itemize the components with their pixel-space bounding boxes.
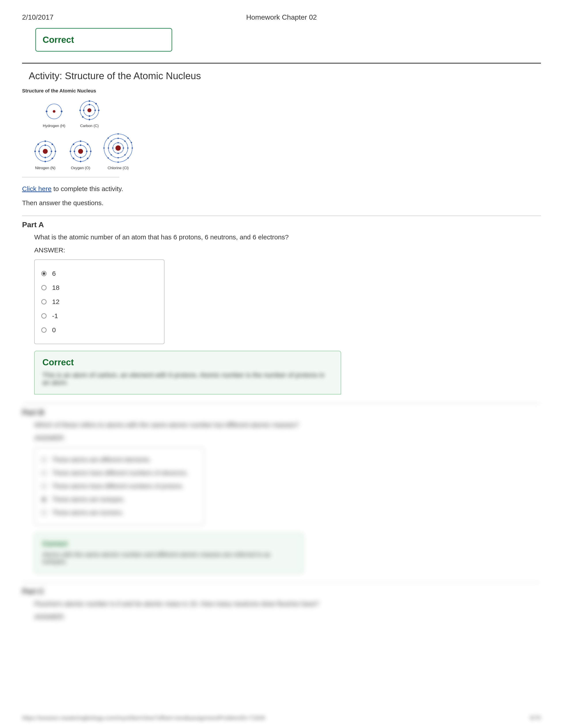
svg-point-13 — [79, 110, 81, 111]
partA-option-2[interactable]: 12 — [41, 295, 157, 309]
svg-point-41 — [90, 151, 92, 152]
divider-diagram — [22, 177, 119, 177]
carbon-atom-icon — [77, 98, 102, 122]
footer-page: 5/70 — [530, 715, 541, 721]
option-label: These atoms are different elements. — [52, 456, 151, 463]
partB-option-0[interactable]: These atoms are different elements. — [41, 453, 197, 466]
radio-icon — [41, 327, 47, 333]
svg-point-63 — [117, 161, 119, 163]
partA-options: 6 18 12 -1 0 — [34, 259, 164, 344]
option-label: These atoms are isomers. — [52, 509, 124, 516]
svg-point-69 — [107, 157, 109, 159]
svg-point-65 — [132, 147, 133, 149]
atom-label-o: Oxygen (O) — [71, 166, 90, 170]
svg-point-43 — [87, 158, 88, 159]
svg-point-14 — [98, 110, 100, 111]
divider-partC — [22, 582, 541, 583]
svg-point-50 — [117, 142, 119, 143]
svg-point-55 — [117, 157, 119, 158]
svg-point-61 — [111, 154, 112, 156]
svg-point-56 — [108, 147, 109, 149]
svg-point-35 — [80, 157, 81, 158]
svg-point-27 — [55, 151, 56, 152]
option-label: 6 — [52, 270, 56, 277]
svg-point-1 — [53, 110, 55, 113]
svg-point-64 — [103, 147, 105, 149]
svg-point-23 — [51, 151, 52, 152]
partA-option-1[interactable]: 18 — [41, 281, 157, 295]
svg-point-53 — [123, 147, 124, 149]
radio-icon — [41, 484, 47, 489]
header-date: 2/10/2017 — [22, 13, 53, 21]
option-label: These atoms have different numbers of el… — [52, 469, 188, 477]
footer-url: https://session.masteringbiology.com/myc… — [22, 715, 265, 721]
radio-icon — [41, 299, 47, 304]
partA-option-4[interactable]: 0 — [41, 323, 157, 337]
footer: https://session.masteringbiology.com/myc… — [22, 715, 541, 721]
partC-answer-label: ANSWER: — [34, 613, 541, 621]
svg-point-67 — [127, 157, 129, 159]
partB-option-4[interactable]: These atoms are isomers. — [41, 506, 197, 519]
svg-point-16 — [82, 116, 84, 118]
activity-title: Activity: Structure of the Atomic Nucleu… — [29, 70, 541, 81]
partB-option-1[interactable]: These atoms have different numbers of el… — [41, 466, 197, 480]
option-label: These atoms have different numbers of pr… — [52, 483, 184, 490]
svg-point-70 — [131, 142, 132, 143]
radio-icon — [41, 271, 47, 276]
activity-link-tail: to complete this activity. — [51, 185, 123, 192]
svg-point-38 — [80, 141, 81, 142]
partC-label: Part C — [22, 587, 541, 596]
option-label: -1 — [52, 312, 58, 320]
status-box-top: Correct — [35, 28, 172, 52]
option-label: These atoms are isotopes. — [52, 496, 125, 503]
feedback-title: Correct — [42, 357, 333, 367]
svg-point-51 — [117, 153, 119, 154]
svg-point-25 — [45, 161, 46, 162]
radio-icon — [41, 313, 47, 319]
feedback-title: Correct — [42, 540, 296, 548]
hydrogen-atom-icon — [43, 100, 65, 122]
svg-point-52 — [112, 147, 113, 149]
svg-point-62 — [117, 133, 119, 135]
partB-question: Which of these refers to atoms with the … — [34, 421, 541, 429]
svg-point-33 — [78, 149, 83, 154]
click-here-link[interactable]: Click here — [22, 185, 51, 192]
chlorine-atom-icon — [102, 131, 135, 165]
divider-main — [22, 63, 541, 64]
partB-label: Part B — [22, 408, 541, 417]
svg-point-59 — [124, 154, 126, 156]
svg-point-6 — [87, 108, 91, 112]
svg-point-49 — [115, 145, 121, 151]
svg-point-22 — [38, 151, 40, 152]
feedback-text: Atoms with the same atomic number and di… — [42, 551, 296, 565]
activity-instr2: Then answer the questions. — [22, 199, 541, 207]
partB-option-3[interactable]: These atoms are isotopes. — [41, 493, 197, 506]
partA-answer-label: ANSWER: — [34, 246, 541, 254]
partB-option-2[interactable]: These atoms have different numbers of pr… — [41, 480, 197, 493]
atom-label-c: Carbon (C) — [80, 124, 99, 128]
header-title: Homework Chapter 02 — [246, 13, 317, 21]
svg-point-30 — [52, 144, 53, 145]
svg-point-42 — [73, 144, 74, 145]
oxygen-atom-icon — [67, 138, 94, 165]
svg-point-20 — [45, 144, 46, 146]
radio-icon — [41, 457, 47, 462]
partA-option-3[interactable]: -1 — [41, 309, 157, 323]
svg-point-19 — [43, 149, 48, 154]
svg-point-57 — [127, 147, 128, 149]
svg-point-37 — [86, 151, 88, 152]
partA-option-0[interactable]: 6 — [41, 266, 157, 281]
partB-options: These atoms are different elements. Thes… — [34, 447, 204, 525]
svg-point-3 — [61, 111, 62, 112]
svg-point-24 — [45, 141, 46, 142]
radio-icon — [41, 510, 47, 515]
partC-question: Fluorine's atomic number is 9 and its at… — [34, 600, 541, 608]
svg-point-45 — [73, 158, 74, 159]
option-label: 0 — [52, 326, 56, 334]
svg-point-10 — [94, 110, 96, 111]
svg-point-68 — [127, 137, 129, 139]
svg-point-12 — [89, 119, 90, 120]
radio-icon — [41, 285, 47, 290]
svg-point-9 — [83, 110, 85, 111]
svg-point-44 — [87, 144, 88, 145]
